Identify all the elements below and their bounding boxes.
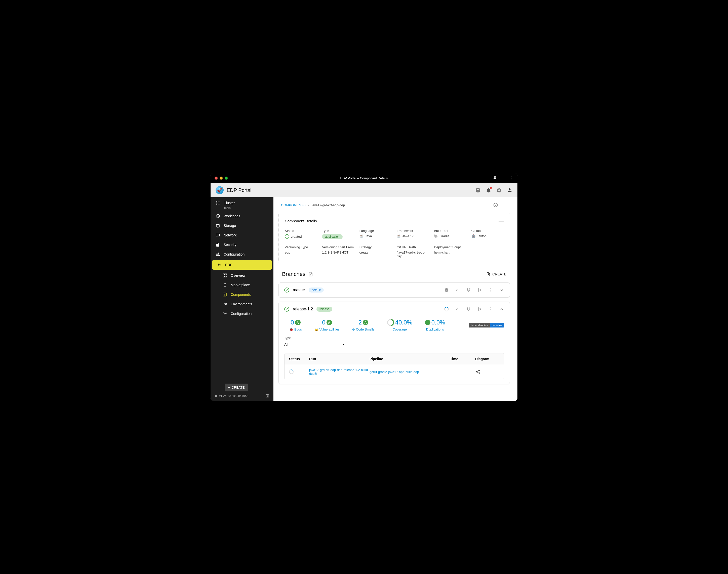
more-icon[interactable]: ⋮: [509, 175, 514, 181]
sidebar-sub-components[interactable]: Components: [210, 290, 274, 299]
more-icon[interactable]: ⋮: [488, 287, 493, 293]
runs-table: Status Run Pipeline Time Diagram java17-…: [284, 353, 504, 379]
sidebar-item-security[interactable]: Security: [210, 240, 274, 249]
dependency-badges[interactable]: dependencies no vulns: [469, 323, 504, 328]
type-select[interactable]: All ▾: [284, 341, 345, 348]
doc-icon[interactable]: [309, 272, 313, 277]
metric-bugs[interactable]: 0A 🐞Bugs: [289, 319, 302, 331]
titlebar: EDP Portal – Component Details ⋮: [210, 173, 518, 183]
branch-tag: default: [309, 287, 324, 292]
svg-point-29: [470, 308, 470, 309]
sidebar-item-network[interactable]: Network: [210, 231, 274, 240]
create-branch-button[interactable]: CREATE: [486, 272, 507, 276]
chevron-down-icon[interactable]: [499, 288, 504, 292]
java-icon: ☕: [360, 234, 364, 238]
col-time: Time: [450, 357, 475, 361]
minimize-window[interactable]: [219, 176, 223, 179]
svg-point-33: [479, 370, 480, 371]
more-icon[interactable]: ⋮: [488, 306, 493, 312]
chevron-up-icon[interactable]: [499, 307, 504, 312]
sidebar-item-configuration[interactable]: Configuration: [210, 249, 274, 259]
help-icon[interactable]: ?: [475, 188, 481, 193]
notifications-icon[interactable]: [486, 188, 491, 193]
topbar: 🚀 EDP Portal ?: [210, 183, 518, 197]
svg-point-3: [218, 202, 219, 202]
infinity-icon: [223, 302, 227, 306]
puzzle-icon[interactable]: [501, 176, 505, 180]
status-icon: ✓: [284, 287, 289, 292]
metric-coverage[interactable]: 40.0% Coverage: [387, 319, 412, 331]
svg-point-18: [225, 313, 226, 315]
user-icon[interactable]: [507, 188, 513, 193]
cluster-icon: [215, 201, 220, 205]
play-icon[interactable]: [478, 288, 482, 292]
branch-name: release-1.2: [293, 307, 313, 312]
diagram-icon: [475, 369, 480, 374]
branch-name: master: [293, 288, 305, 292]
help-icon[interactable]: ?: [444, 288, 449, 292]
lock-icon: 🔒: [315, 328, 319, 331]
svg-point-24: [467, 288, 468, 289]
lock-icon: [215, 243, 220, 247]
diagram-button[interactable]: [475, 369, 495, 374]
metric-duplications[interactable]: 0.0% Duplications: [425, 319, 445, 331]
add-doc-icon: [486, 272, 490, 276]
extension-icon[interactable]: [493, 176, 497, 180]
collapse-icon[interactable]: —: [498, 218, 503, 224]
sidebar-label: Overview: [231, 274, 245, 278]
svg-point-4: [216, 204, 217, 205]
sidebar-sub-configuration[interactable]: Configuration: [210, 309, 274, 319]
svg-point-25: [470, 288, 470, 289]
metric-code-smells[interactable]: 2A ⊝Code Smells: [352, 319, 374, 331]
sonar-icon[interactable]: [455, 288, 460, 292]
play-icon[interactable]: [478, 307, 482, 312]
detail-strategy: Strategy create: [360, 245, 392, 258]
maximize-window[interactable]: [225, 176, 228, 179]
app-logo[interactable]: 🚀: [215, 186, 224, 194]
components-icon: [223, 292, 227, 297]
info-icon[interactable]: [493, 203, 498, 207]
run-link[interactable]: java17-grd-crt-edp-dep-release-1.2-build…: [309, 368, 369, 375]
sidebar-label: Storage: [224, 223, 236, 228]
traffic-lights: [214, 176, 228, 179]
app-name: EDP Portal: [227, 188, 251, 193]
more-icon[interactable]: ⋮: [503, 202, 508, 208]
table-row: java17-grd-crt-edp-dep-release-1.2-build…: [284, 365, 504, 379]
svg-point-2: [216, 202, 217, 202]
card-title: Component Details: [285, 219, 317, 223]
sidebar-item-storage[interactable]: Storage: [210, 221, 274, 231]
notification-dot: [490, 187, 492, 189]
detail-type: Type application: [322, 229, 354, 239]
storage-icon: [215, 223, 220, 228]
dashboard-icon: [223, 273, 227, 278]
sidebar-sub-marketplace[interactable]: Marketplace: [210, 280, 274, 290]
svg-marker-27: [479, 288, 482, 291]
sidebar-sub-overview[interactable]: Overview: [210, 271, 274, 280]
git-icon[interactable]: [467, 307, 471, 312]
metric-vulnerabilities[interactable]: 0A 🔒Vulnerabilities: [315, 319, 339, 331]
create-button[interactable]: + CREATE: [225, 383, 248, 392]
sidebar-item-workloads[interactable]: Workloads: [210, 211, 274, 221]
sidebar-item-edp[interactable]: EDP: [212, 260, 272, 270]
sidebar-label: Environments: [231, 302, 252, 306]
sidebar-label: Cluster: [224, 201, 235, 205]
breadcrumb-root[interactable]: COMPONENTS: [281, 203, 306, 207]
dup-dot: [425, 320, 431, 325]
svg-rect-13: [223, 274, 225, 275]
sidebar-sub-environments[interactable]: Environments: [210, 299, 274, 309]
coverage-ring: [386, 318, 396, 328]
col-run: Run: [309, 357, 369, 361]
sidebar-label: Configuration: [224, 252, 244, 256]
breadcrumb-separator: /: [308, 203, 309, 207]
sidebar-label: Components: [231, 292, 250, 296]
main-content: COMPONENTS / java17-grd-crt-edp-dep ⋮ Co…: [274, 197, 518, 401]
sonar-icon[interactable]: [455, 307, 460, 312]
plus-icon: +: [228, 385, 230, 390]
settings-icon[interactable]: [496, 188, 502, 193]
detail-status: Status ✓created: [285, 229, 317, 239]
git-icon[interactable]: [467, 288, 471, 292]
pipeline-link[interactable]: gerrit-gradle-java17-app-build-edp: [369, 370, 450, 374]
collapse-sidebar-icon[interactable]: [266, 394, 270, 398]
gradle-icon: 🐘: [434, 234, 438, 238]
close-window[interactable]: [214, 176, 217, 179]
